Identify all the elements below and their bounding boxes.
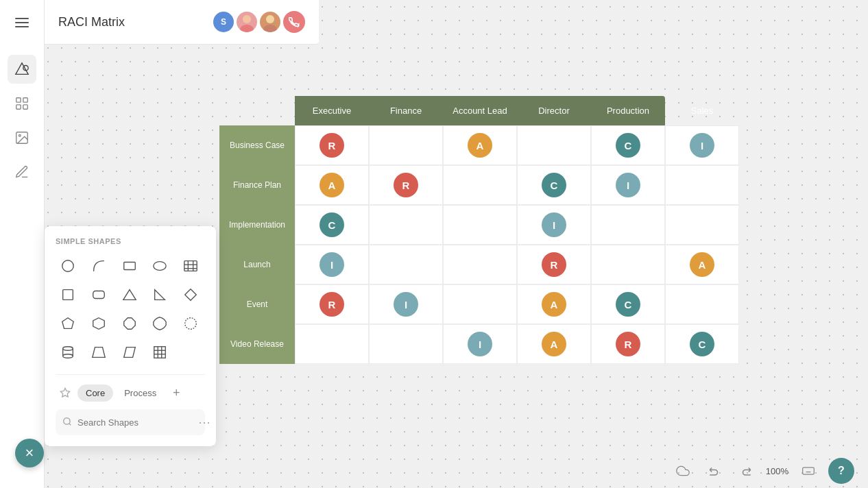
matrix-cell[interactable] [369,125,443,165]
svg-marker-23 [155,290,165,300]
shape-12gon[interactable] [147,311,172,336]
matrix-cell[interactable] [517,125,591,165]
avatar-group: S [213,11,305,33]
shape-table[interactable] [178,254,203,278]
shape-circle[interactable] [56,254,80,278]
sidebar-shapes-icon[interactable] [8,55,36,84]
matrix-cell[interactable] [369,324,443,364]
panel-tabs: Core Process + [56,374,205,402]
badge-r: R [320,292,344,317]
svg-marker-24 [185,289,197,301]
sidebar-draw-icon[interactable] [8,158,36,186]
fab-button[interactable]: × [15,439,44,467]
matrix-cell[interactable] [591,205,665,245]
shape-right-triangle[interactable] [147,282,172,307]
sidebar-image-icon[interactable] [8,123,36,152]
redo-icon[interactable] [734,459,758,483]
matrix-cell[interactable]: I [517,205,591,245]
menu-button[interactable] [0,0,45,45]
avatar-s[interactable]: S [213,12,234,32]
shape-octagon[interactable] [117,311,142,336]
row-label: Finance Plan [219,165,295,205]
matrix-header-row: Executive Finance Account Lead Director … [219,96,739,125]
matrix-cell[interactable]: C [591,125,665,165]
badge-a: A [320,173,344,197]
shape-hexagon[interactable] [86,311,111,336]
col-production: Production [591,96,665,125]
matrix-cell[interactable]: R [295,284,369,324]
matrix-cell[interactable]: R [517,245,591,284]
shape-square[interactable] [56,282,80,307]
matrix-cell[interactable]: A [665,245,739,284]
matrix-cell[interactable] [665,284,739,324]
matrix-cell[interactable]: C [295,205,369,245]
matrix-cell[interactable]: A [517,324,591,364]
document-title: RACI Matrix [58,15,125,29]
matrix-cell[interactable] [369,245,443,284]
add-tab-button[interactable]: + [167,384,185,402]
col-director: Director [517,96,591,125]
more-options-button[interactable]: ⋯ [198,415,210,430]
tab-core[interactable]: Core [77,385,113,402]
matrix-cell[interactable] [591,245,665,284]
row-label: Event [219,284,295,324]
shape-ellipse[interactable] [147,254,172,278]
avatar-2[interactable] [260,12,280,32]
svg-point-14 [154,262,166,271]
matrix-cell[interactable]: C [591,284,665,324]
svg-rect-15 [184,261,197,271]
cloud-icon[interactable] [671,459,695,483]
matrix-cell[interactable]: R [369,165,443,205]
tab-process[interactable]: Process [116,385,165,402]
shape-grid[interactable] [147,340,172,365]
svg-rect-7 [23,98,27,102]
search-input[interactable] [77,417,193,428]
matrix-cell[interactable]: A [295,165,369,205]
matrix-cell[interactable]: R [295,125,369,165]
svg-marker-34 [93,347,105,358]
matrix-cell[interactable] [443,165,517,205]
shape-triangle[interactable] [117,282,142,307]
matrix-cell[interactable] [443,245,517,284]
matrix-cell[interactable]: C [517,165,591,205]
svg-point-30 [63,347,73,351]
matrix-cell[interactable] [369,205,443,245]
keyboard-icon[interactable] [797,459,820,483]
matrix-cell[interactable] [443,284,517,324]
svg-point-12 [62,260,74,272]
matrix-cell[interactable]: A [517,284,591,324]
call-button[interactable] [283,11,305,33]
shape-circle2[interactable] [178,311,203,336]
matrix-cell[interactable]: I [369,284,443,324]
col-executive: Executive [295,96,369,125]
shape-parallelogram[interactable] [117,340,142,365]
shape-arc[interactable] [86,254,111,278]
badge-i: I [542,212,566,237]
help-button[interactable]: ? [828,458,854,484]
matrix-cell[interactable]: C [665,324,739,364]
sidebar-grid-icon[interactable] [8,89,36,118]
matrix-cell[interactable]: I [591,165,665,205]
undo-icon[interactable] [703,459,726,483]
matrix-cell[interactable] [665,205,739,245]
search-bar: ⋯ [56,409,205,435]
matrix-cell[interactable] [443,205,517,245]
shape-pentagon[interactable] [56,311,80,336]
svg-marker-41 [60,388,69,397]
avatar-1[interactable] [237,12,257,32]
matrix-cell[interactable]: A [443,125,517,165]
matrix-cell[interactable] [665,165,739,205]
shape-diamond[interactable] [178,282,203,307]
matrix-cell[interactable]: I [443,324,517,364]
matrix-cell[interactable]: I [295,245,369,284]
shape-trapezoid[interactable] [86,340,111,365]
shape-rectangle[interactable] [117,254,142,278]
shapes-panel: SIMPLE SHAPES [45,226,216,446]
matrix-cell[interactable] [295,324,369,364]
shape-rounded-rect[interactable] [86,282,111,307]
matrix-cell[interactable]: I [665,125,739,165]
tab-star-icon[interactable] [56,383,75,402]
badge-i: I [394,292,418,317]
matrix-cell[interactable]: R [591,324,665,364]
shape-cylinder[interactable] [56,340,80,365]
